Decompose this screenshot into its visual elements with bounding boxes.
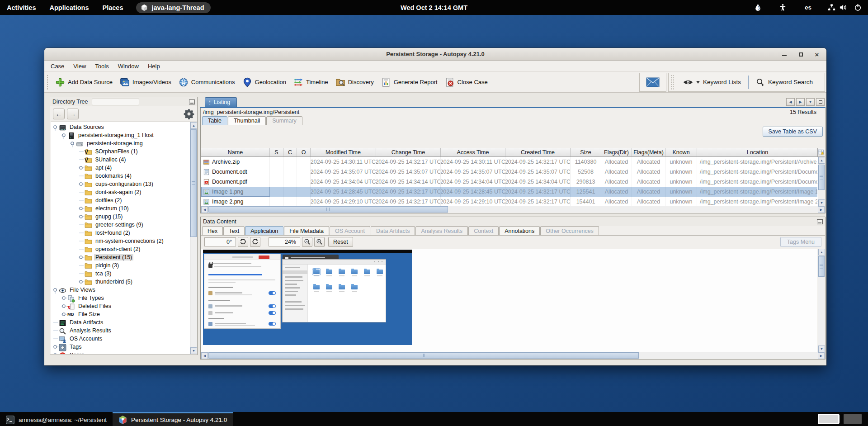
add-data-source-button[interactable]: Add Data Source xyxy=(52,75,116,90)
tags-menu-button[interactable]: Tags Menu xyxy=(780,237,821,247)
table-row-document-odt[interactable]: Document.odt2024-09-25 14:35:07 UTC2024-… xyxy=(201,167,817,177)
tree-expand-handle[interactable] xyxy=(52,351,59,354)
tree-item-score[interactable]: Score xyxy=(51,351,190,354)
maximize-panel-button[interactable] xyxy=(816,98,825,106)
tab-hex[interactable]: Hex xyxy=(202,226,223,235)
activities-button[interactable]: Activities xyxy=(0,0,42,15)
discovery-button[interactable]: Discovery xyxy=(332,75,377,90)
tab-scroll-right-button[interactable]: ▶ xyxy=(796,98,805,106)
scroll-up-button[interactable]: ▲ xyxy=(190,122,197,129)
workspace-indicator-active[interactable] xyxy=(818,414,840,424)
tree-expand-handle[interactable] xyxy=(78,253,85,261)
tree-item-nm-system-connections-2[interactable]: nm-system-connections (2) xyxy=(51,237,190,245)
tree-item-persistent-15[interactable]: Persistent (15) xyxy=(51,253,190,261)
scroll-right-button[interactable]: ▶ xyxy=(818,352,825,359)
table-hscroll-thumb[interactable] xyxy=(208,206,448,213)
tree-item-thunderbird-5[interactable]: thunderbird (5) xyxy=(51,278,190,286)
tree-item-analysis-results[interactable]: Analysis Results xyxy=(51,327,190,335)
clock[interactable]: Wed Oct 2 14:14 GMT xyxy=(401,4,467,11)
communications-button[interactable]: Communications xyxy=(175,75,239,90)
tree-item-gnupg-15[interactable]: gnupg (15) xyxy=(51,213,190,221)
column-header-modified-time[interactable]: Modified Time xyxy=(311,148,376,156)
tree-item-persistent-storage-img-1-host[interactable]: persistent-storage.img_1 Host xyxy=(51,131,190,139)
tree-item-orphanfiles-1[interactable]: V$OrphanFiles (1) xyxy=(51,147,190,156)
keyboard-layout-indicator[interactable]: es xyxy=(805,4,811,11)
tab-annotations[interactable]: Annotations xyxy=(499,226,540,235)
places-menu[interactable]: Places xyxy=(96,0,130,15)
rotate-cw-button[interactable] xyxy=(250,237,260,247)
droplet-icon[interactable] xyxy=(754,4,762,11)
column-header-o[interactable]: O xyxy=(297,148,311,156)
generate-report-button[interactable]: Generate Report xyxy=(377,75,441,90)
tree-expand-handle[interactable] xyxy=(78,213,85,221)
tree-item-tags[interactable]: Tags xyxy=(51,343,190,351)
tab-file-metadata[interactable]: File Metadata xyxy=(284,226,329,235)
table-vscroll-thumb[interactable] xyxy=(818,165,825,190)
rotate-ccw-button[interactable] xyxy=(238,237,248,247)
tree-item-tca-3[interactable]: tca (3) xyxy=(51,270,190,278)
tab-thumbnail[interactable]: Thumbnail xyxy=(228,116,266,125)
accessibility-icon[interactable] xyxy=(779,4,787,11)
tree-item-deleted-files[interactable]: xDeleted Files xyxy=(51,302,190,310)
column-settings-icon[interactable] xyxy=(817,148,825,157)
save-table-as-csv-button[interactable]: Save Table as CSV xyxy=(763,127,823,137)
table-horizontal-scrollbar[interactable]: ◀ ▶ xyxy=(201,206,825,213)
tree-expand-handle[interactable] xyxy=(52,286,59,294)
media-vscroll-thumb[interactable] xyxy=(818,256,825,277)
scroll-right-button[interactable]: ▶ xyxy=(818,206,825,213)
tab-listing[interactable]: Listing xyxy=(205,97,237,107)
volume-icon[interactable] xyxy=(839,4,847,11)
close-case-button[interactable]: Close Case xyxy=(441,75,491,90)
tree-item-data-artifacts[interactable]: Data Artifacts xyxy=(51,318,190,327)
media-vertical-scrollbar[interactable]: ▲ ▼ xyxy=(818,249,825,352)
column-header-access-time[interactable]: Access Time xyxy=(441,148,505,156)
tab-list-button[interactable]: ▼ xyxy=(806,98,815,106)
tree-item-persistent-storage-img[interactable]: persistent-storage.img xyxy=(51,139,190,147)
workspace-indicator[interactable] xyxy=(844,414,862,424)
menu-window[interactable]: Window xyxy=(113,62,143,71)
tree-expand-handle[interactable] xyxy=(61,302,67,310)
tree-item-os-accounts[interactable]: OS Accounts xyxy=(51,335,190,343)
close-window-button[interactable]: × xyxy=(814,51,820,57)
tab-scroll-left-button[interactable]: ◀ xyxy=(786,98,795,106)
tree-item-dont-ask-again-2[interactable]: dont-ask-again (2) xyxy=(51,188,190,196)
tree-expand-handle[interactable] xyxy=(78,278,85,286)
tab-application[interactable]: Application xyxy=(245,226,283,235)
column-header-flags-dir-[interactable]: Flags(Dir) xyxy=(601,148,632,156)
keyword-search-button[interactable]: Keyword Search xyxy=(749,78,820,87)
tree-item-file-views[interactable]: File Views xyxy=(51,286,190,294)
column-header-known[interactable]: Known xyxy=(665,148,697,156)
scroll-left-button[interactable]: ◀ xyxy=(201,352,208,359)
tree-expand-handle[interactable] xyxy=(61,310,67,318)
messages-button[interactable] xyxy=(644,76,662,89)
task-terminal[interactable]: amnesia@amnesia: ~/Persistent xyxy=(0,412,113,426)
tree-item-openssh-client-2[interactable]: openssh-client (2) xyxy=(51,245,190,253)
applications-menu[interactable]: Applications xyxy=(42,0,95,15)
maximize-window-button[interactable] xyxy=(797,51,804,57)
scroll-down-button[interactable]: ▼ xyxy=(190,347,197,354)
task-autopsy[interactable]: Persistent Storage - Autopsy 4.21.0 xyxy=(113,412,233,426)
tree-item-file-types[interactable]: File Types xyxy=(51,294,190,302)
column-header-c[interactable]: C xyxy=(283,148,297,156)
table-row-image-2-png[interactable]: Image 2.png2024-09-25 14:29:10 UTC2024-0… xyxy=(201,197,817,206)
column-header-change-time[interactable]: Change Time xyxy=(376,148,441,156)
column-header-created-time[interactable]: Created Time xyxy=(505,148,571,156)
power-icon[interactable] xyxy=(854,4,862,11)
tree-scrollbar[interactable]: ▲ ▼ xyxy=(190,122,197,354)
column-header-location[interactable]: Location xyxy=(697,148,818,156)
tree-expand-handle[interactable] xyxy=(70,139,76,147)
tree-expand-handle[interactable] xyxy=(52,123,59,131)
tree-item-electrum-10[interactable]: electrum (10) xyxy=(51,204,190,213)
timeline-button[interactable]: Timeline xyxy=(290,75,332,90)
rotation-field[interactable]: 0° xyxy=(204,237,236,246)
tree-expand-handle[interactable] xyxy=(61,131,67,139)
tree-expand-handle[interactable] xyxy=(78,180,85,188)
media-hscroll-thumb[interactable] xyxy=(208,352,639,359)
scroll-down-button[interactable]: ▼ xyxy=(818,199,825,206)
tree-item-cups-configuration-13[interactable]: cups-configuration (13) xyxy=(51,180,190,188)
tree-item-data-sources[interactable]: Data Sources xyxy=(51,123,190,131)
zoom-in-button[interactable] xyxy=(314,237,325,247)
keyword-lists-button[interactable]: Keyword Lists xyxy=(676,79,748,85)
scroll-left-button[interactable]: ◀ xyxy=(201,206,208,213)
back-button[interactable]: ← xyxy=(53,109,65,119)
